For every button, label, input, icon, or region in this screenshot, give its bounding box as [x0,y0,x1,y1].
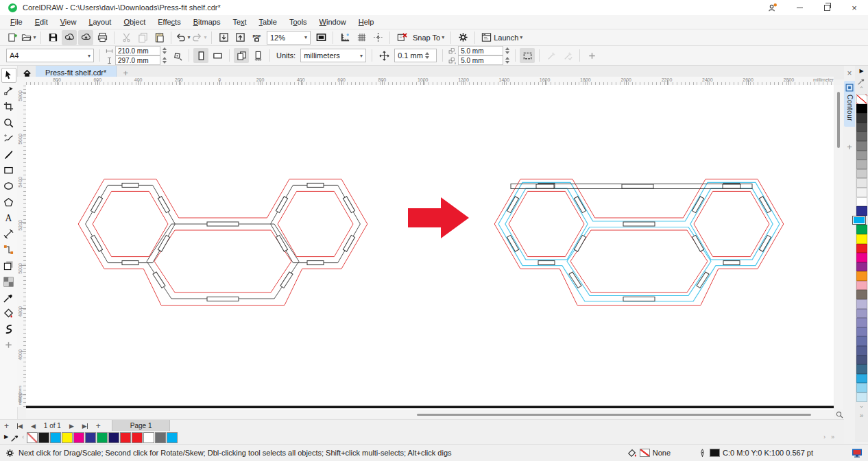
doc-color-swatch[interactable] [132,432,143,443]
color-swatch[interactable] [856,169,867,179]
minimize-button[interactable] [786,0,813,15]
plus-button[interactable] [584,48,599,63]
snap-to-dropdown[interactable]: Snap To▾ [410,30,447,45]
color-swatch[interactable] [852,216,866,225]
outline-color-swatch[interactable] [710,449,720,457]
color-swatch[interactable] [856,309,867,319]
page-width-field[interactable]: 210.0 mm [115,46,160,55]
new-document-button[interactable] [5,30,20,45]
menu-help[interactable]: Help [352,16,381,27]
last-page-button[interactable]: ▶ [78,423,92,429]
crop-tool[interactable] [1,99,16,114]
color-swatch[interactable] [856,356,867,365]
treat-as-filled-button[interactable] [520,48,535,63]
docker-tab-contour[interactable]: Contour [844,81,855,127]
landscape-button[interactable] [210,48,225,63]
docker-add-icon[interactable]: + [847,142,852,152]
doc-palette-scroll-right-icon[interactable]: › [823,434,825,441]
polygon-tool[interactable] [1,195,16,210]
palette-flyout-icon[interactable]: ▶ [859,68,863,76]
open-button[interactable]: ▾ [21,30,36,45]
menu-tools[interactable]: Tools [283,16,313,27]
palette-scroll-up-icon[interactable]: ⌃ [859,86,865,93]
doc-color-swatch[interactable] [155,432,166,443]
status-gear-icon[interactable] [5,449,14,458]
artistic-media-tool[interactable] [1,147,16,162]
color-swatch[interactable] [856,299,867,309]
doc-palette-expand-icon[interactable]: » [831,434,834,441]
doc-color-swatch[interactable] [62,432,73,443]
duplicate-y-field[interactable]: 5.0 mm [458,55,503,65]
color-swatch[interactable] [856,132,867,141]
doc-color-swatch[interactable] [143,432,154,443]
color-swatch[interactable] [856,271,867,281]
color-swatch[interactable] [856,336,867,346]
add-page-button[interactable]: + [0,421,13,431]
outline-status-icon[interactable] [698,449,707,458]
menu-text[interactable]: Text [226,16,252,27]
ellipse-tool[interactable] [1,179,16,194]
palette-scroll-down-icon[interactable]: ⌄ [859,402,865,410]
options-button[interactable] [455,30,470,45]
color-swatch[interactable] [856,113,867,123]
export-button[interactable] [232,30,248,45]
color-swatch[interactable] [856,327,867,337]
color-swatch[interactable] [856,206,867,216]
zoom-corner-icon[interactable] [835,410,844,419]
color-swatch[interactable] [856,262,867,272]
doc-palette-flyout-icon[interactable]: ▶ [4,434,8,442]
dimension-tool[interactable] [1,226,16,241]
doc-color-swatch[interactable] [97,432,108,443]
nudge-button[interactable] [376,48,391,63]
color-swatch[interactable] [856,364,867,374]
color-swatch[interactable] [856,393,867,402]
color-swatch[interactable] [856,141,867,151]
color-swatch[interactable] [856,290,867,299]
print-button[interactable] [95,30,110,45]
palette-eyedropper-icon[interactable] [858,76,865,86]
all-pages-button[interactable] [234,48,249,63]
doc-color-swatch[interactable] [50,432,61,443]
smear-tool[interactable] [1,322,16,337]
palette-expand-icon[interactable]: » [860,412,864,419]
vertical-scroll-thumb[interactable] [837,92,840,148]
rectangle-tool[interactable] [1,163,16,178]
transparency-tool[interactable] [1,274,16,289]
add-page-button-2[interactable]: + [92,421,105,431]
duplicate-x-field[interactable]: 5.0 mm [458,46,503,55]
color-swatch[interactable] [856,318,867,327]
drawing-canvas[interactable] [26,85,834,410]
text-tool[interactable]: A [1,210,16,225]
units-combo[interactable]: millimeters▾ [300,49,366,62]
color-swatch[interactable] [856,188,867,197]
doc-color-swatch[interactable] [167,432,178,443]
redo-button[interactable]: ▾ [192,30,207,45]
doc-color-swatch[interactable] [38,432,49,443]
show-grid-button[interactable] [354,30,369,45]
fullscreen-preview-button[interactable] [313,30,328,45]
fill-status-icon[interactable] [627,448,637,458]
current-page-button[interactable] [250,48,265,63]
outline-pen-button[interactable] [544,48,559,63]
menu-effects[interactable]: Effects [152,16,186,27]
color-swatch[interactable] [856,151,867,160]
color-swatch[interactable] [856,104,867,114]
doc-color-swatch[interactable] [73,432,84,443]
docker-close-icon[interactable]: × [847,68,852,78]
undo-button[interactable]: ▾ [176,30,191,45]
menu-file[interactable]: File [4,16,29,27]
doc-color-swatch[interactable] [85,432,96,443]
vertical-ruler[interactable]: 58005600540052005000480046004400millimet… [17,85,27,407]
launch-dropdown[interactable]: Launch▾ [479,30,525,45]
cut-button[interactable] [119,30,134,45]
shape-tool[interactable] [1,84,16,99]
add-tool[interactable] [1,338,16,353]
cloud-save-button[interactable] [78,30,93,45]
snap-off-button[interactable] [394,30,409,45]
freehand-tool[interactable] [1,131,16,146]
color-swatch[interactable] [856,346,867,356]
page-tab[interactable]: Page 1 [112,420,171,432]
page-size-combo[interactable]: A4▾ [6,49,94,62]
drop-shadow-tool[interactable] [1,258,16,273]
portrait-button[interactable] [193,48,208,63]
